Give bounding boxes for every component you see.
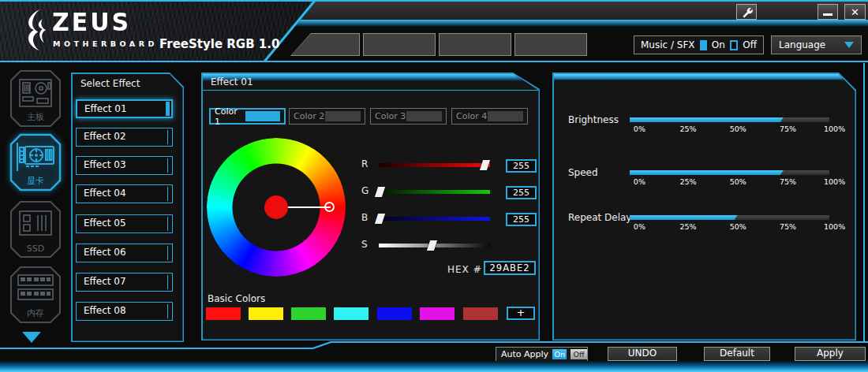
undo-button[interactable]: UNDO <box>608 347 677 361</box>
color-tab-2[interactable]: Color 2 <box>289 108 365 125</box>
empty-tab-4[interactable] <box>514 33 587 56</box>
effect-button-04[interactable]: Effect 04 <box>76 184 173 203</box>
music-off-checkbox[interactable] <box>730 40 738 50</box>
tick-label: 0% <box>634 222 645 231</box>
speed-ticks: 0% 25% 50% 75% 100% <box>630 177 829 187</box>
channel-b-value[interactable]: 255 <box>506 213 537 226</box>
basic-color-magenta[interactable] <box>420 307 455 320</box>
brand-logo-text: ZEUS <box>52 9 131 35</box>
color-tab-1-swatch <box>245 111 280 121</box>
tick-label: 50% <box>730 125 746 133</box>
right-accent-line <box>863 63 865 341</box>
repeat-delay-label: Repeat Delay <box>568 212 631 223</box>
brightness-slider[interactable] <box>630 117 829 122</box>
effect-button-02[interactable]: Effect 02 <box>76 128 173 147</box>
basic-colors-label: Basic Colors <box>208 293 265 304</box>
brand-sub-text: MOTHERBOARD <box>53 39 158 48</box>
color-wheel-marker[interactable] <box>324 202 335 212</box>
basic-color-green[interactable] <box>291 307 326 320</box>
speed-slider[interactable] <box>630 170 829 175</box>
color-tab-4-swatch <box>488 111 523 121</box>
music-off-label: Off <box>743 39 757 50</box>
empty-tab-2[interactable] <box>363 33 436 56</box>
sidebar-scroll-down-arrow-icon[interactable] <box>22 332 41 343</box>
tick-label: 0% <box>634 125 645 133</box>
effect-button-06[interactable]: Effect 06 <box>76 244 173 262</box>
channel-r-value[interactable]: 255 <box>506 159 537 173</box>
music-sfx-group: Music / SFX On Off <box>634 35 764 54</box>
tick-label: 50% <box>730 222 746 231</box>
language-dropdown[interactable]: Language <box>771 35 862 54</box>
default-button[interactable]: Default <box>704 347 770 361</box>
channel-r-slider[interactable] <box>379 163 490 167</box>
sidebar-item-ssd[interactable]: SSD <box>5 199 66 261</box>
color-tab-1[interactable]: Color 1 <box>209 108 286 125</box>
basic-color-red[interactable] <box>206 307 241 320</box>
music-on-checkbox[interactable] <box>700 40 707 50</box>
hex-label: HEX # <box>447 264 482 275</box>
sidebar-label-motherboard: 主板 <box>5 111 66 123</box>
basic-color-cyan[interactable] <box>334 307 369 320</box>
music-on-label: On <box>712 39 725 50</box>
basic-color-blue[interactable] <box>377 307 412 320</box>
sidebar-label-memory: 内存 <box>5 307 66 319</box>
effect-button-05[interactable]: Effect 05 <box>76 214 173 233</box>
tick-label: 75% <box>780 222 796 231</box>
effect-button-03[interactable]: Effect 03 <box>76 156 173 175</box>
color-tab-3[interactable]: Color 3 <box>370 108 447 125</box>
speed-fill <box>630 170 784 175</box>
repeat-delay-fill <box>630 215 738 220</box>
close-button[interactable]: ✕ <box>844 4 866 20</box>
settings-panel <box>552 73 856 340</box>
basic-color-brick[interactable] <box>463 307 498 320</box>
app-window: ZEUS MOTHERBOARD FreeStyle RGB 1.0 ✕ Mus… <box>0 0 868 372</box>
basic-color-yellow[interactable] <box>249 307 283 320</box>
zeus-logo-icon <box>21 9 50 51</box>
sidebar-label-ssd: SSD <box>5 244 66 254</box>
select-effect-title: Select Effect <box>80 78 140 89</box>
tick-label: 100% <box>824 222 845 231</box>
brightness-fill <box>630 117 784 122</box>
tick-label: 25% <box>679 125 696 133</box>
repeat-delay-slider[interactable] <box>630 215 829 220</box>
effect-button-08[interactable]: Effect 08 <box>76 302 173 321</box>
sidebar-item-memory[interactable]: 内存 <box>5 265 66 326</box>
apply-button[interactable]: Apply <box>795 347 866 361</box>
effect-editor-title: Effect 01 <box>211 76 253 87</box>
tick-label: 75% <box>780 177 796 186</box>
color-tab-1-label: Color 1 <box>215 106 245 127</box>
settings-wrench-button[interactable] <box>736 4 757 20</box>
tick-label: 75% <box>780 125 796 133</box>
channel-g-slider[interactable] <box>379 190 490 194</box>
channel-g-value[interactable]: 255 <box>506 186 537 199</box>
sidebar-item-motherboard[interactable]: 主板 <box>5 69 66 130</box>
color-tab-3-swatch <box>406 111 442 121</box>
hex-value-field[interactable]: 29ABE2 <box>484 261 536 275</box>
minimize-icon <box>823 13 832 16</box>
tick-label: 25% <box>679 177 696 186</box>
language-label: Language <box>779 39 825 50</box>
color-tab-3-label: Color 3 <box>375 111 406 121</box>
add-color-button[interactable]: + <box>507 307 535 320</box>
auto-apply-off-toggle[interactable]: Off <box>571 349 587 359</box>
auto-apply-label: Auto Apply <box>501 349 548 359</box>
empty-tab-3[interactable] <box>439 33 511 56</box>
app-title: FreeStyle RGB 1.0 <box>159 37 279 51</box>
channel-b-label: B <box>361 212 372 223</box>
channel-b-slider[interactable] <box>379 217 490 221</box>
bottom-glow-strip <box>0 361 868 372</box>
sidebar-item-gpu[interactable]: 显卡 <box>5 132 66 194</box>
color-tab-4[interactable]: Color 4 <box>451 108 528 125</box>
chevron-down-icon <box>844 42 854 48</box>
auto-apply-group: Auto Apply On Off <box>496 347 588 362</box>
color-tab-2-swatch <box>325 111 361 121</box>
minimize-button[interactable] <box>817 4 838 20</box>
tick-label: 25% <box>679 222 696 231</box>
tick-label: 100% <box>824 177 845 186</box>
tick-label: 0% <box>634 177 645 186</box>
effect-button-07[interactable]: Effect 07 <box>76 273 173 292</box>
effect-button-01[interactable]: Effect 01 <box>76 99 173 118</box>
auto-apply-on-toggle[interactable]: On <box>552 349 567 359</box>
repeat-delay-ticks: 0% 25% 50% 75% 100% <box>630 222 829 232</box>
brightness-label: Brightness <box>568 114 619 125</box>
